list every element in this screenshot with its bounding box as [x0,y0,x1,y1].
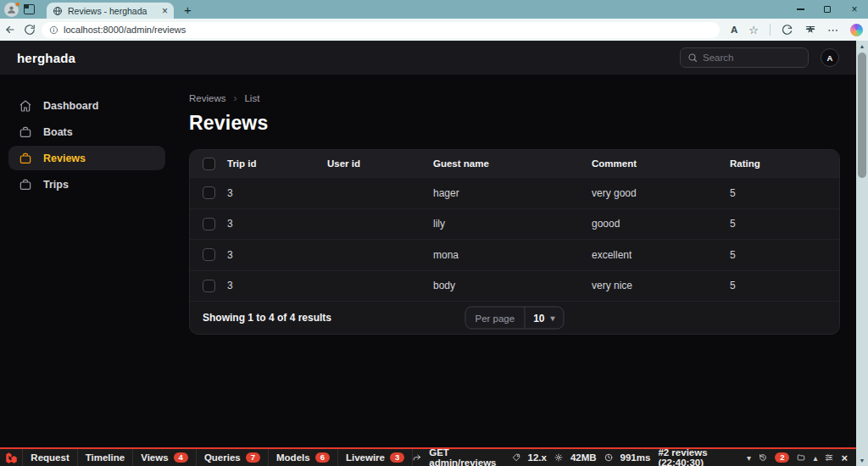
column-header-trip-id[interactable]: Trip id [227,158,327,169]
breadcrumb: Reviews › List [189,92,840,104]
cell-comment: excellent [592,249,730,261]
laravel-version: 12.x [528,452,547,463]
brand-logo[interactable]: herghada [17,51,75,65]
debugbar-tab-timeline[interactable]: Timeline [78,449,133,466]
debugbar-tab-livewire[interactable]: Livewire 3 [338,449,413,466]
version-tag-icon [512,452,520,463]
scroll-down-arrow[interactable]: ▼ [856,455,868,466]
tab-close-button[interactable]: × [162,6,168,16]
tab-label: Views [141,452,168,463]
sidebar-item-label: Dashboard [43,100,98,112]
scroll-up-arrow[interactable]: ▲ [856,41,868,52]
sidebar-item-label: Boats [43,126,73,138]
global-search[interactable] [680,47,809,68]
chevron-up-icon[interactable]: ▴ [813,453,817,463]
browser-tab-strip: Reviews - herghada × + × [0,0,868,19]
column-header-comment[interactable]: Comment [592,158,730,169]
per-page-value: 10 [533,312,544,324]
column-header-rating[interactable]: Rating [730,158,839,169]
cell-rating: 5 [730,249,839,261]
request-label: #2 reviews (22:40:30) [658,447,739,466]
browser-toolbar: localhost:8000/admin/reviews A ☆ ⋯ [0,19,868,41]
settings-more-icon[interactable]: ⋯ [827,24,839,36]
minimize-button[interactable] [787,0,814,19]
topbar-right: A [680,47,839,68]
user-avatar[interactable]: A [821,48,839,67]
search-icon [687,53,698,63]
debugbar-tab-request[interactable]: Request [23,449,77,466]
tab-label: Models [276,452,310,463]
cell-trip-id: 3 [227,218,327,230]
close-window-button[interactable]: × [841,0,868,19]
cell-rating: 5 [730,187,839,199]
briefcase-icon [19,152,32,165]
debugbar-status: GET admin/reviews 12.x 42MB 991ms #2 rev… [413,449,856,466]
cell-trip-id: 3 [227,187,327,199]
history-icon[interactable] [759,452,767,463]
cell-trip-id: 3 [227,249,327,261]
row-checkbox[interactable] [203,218,215,230]
column-header-user-id[interactable]: User id [327,158,433,169]
address-bar[interactable]: localhost:8000/admin/reviews [42,22,720,38]
cell-comment: very good [592,187,730,199]
tab-label: Queries [204,452,241,463]
chevron-down-icon[interactable]: ▾ [747,453,751,463]
browser-profile-button[interactable] [4,3,19,17]
sidebar-item-dashboard[interactable]: Dashboard [8,93,165,118]
tab-actions-icon[interactable] [24,4,35,14]
tab-label: Request [31,452,69,463]
favorite-star-icon[interactable]: ☆ [748,25,759,36]
debugbar-tab-views[interactable]: Views 4 [133,449,197,466]
select-all-checkbox[interactable] [203,158,215,170]
back-button[interactable] [0,24,19,36]
browser-tab[interactable]: Reviews - herghada × [47,3,174,19]
laravel-debugbar: Request Timeline Views 4 Queries 7 Model… [0,447,856,466]
table-row[interactable]: 3 lily goood 5 [190,208,839,240]
settings-sliders-icon[interactable] [825,452,833,463]
table-row[interactable]: 3 body very nice 5 [190,270,839,302]
breadcrumb-list: List [244,93,259,103]
copilot-icon[interactable] [850,24,863,36]
collections-icon[interactable] [804,24,816,36]
scrollbar-thumb[interactable] [858,53,866,178]
toolbar-divider [770,24,771,36]
restore-button[interactable] [814,0,841,19]
route-arrow-icon [413,452,421,463]
table-row[interactable]: 3 hager very good 5 [190,177,839,208]
window-controls: × [787,0,868,19]
new-tab-button[interactable]: + [184,3,192,17]
site-info-icon[interactable] [49,25,58,35]
table-row[interactable]: 3 mona excellent 5 [190,239,839,270]
refresh-button[interactable] [19,24,39,36]
url-text[interactable]: localhost:8000/admin/reviews [64,25,186,35]
column-header-guest-name[interactable]: Guest name [433,158,592,169]
row-checkbox[interactable] [203,186,215,199]
sidebar-item-boats[interactable]: Boats [8,119,165,144]
sidebar-item-trips[interactable]: Trips [8,172,165,197]
table-header-row: Trip id User id Guest name Comment Ratin… [190,150,839,177]
memory-usage: 42MB [570,452,597,463]
search-input[interactable] [703,53,801,63]
row-checkbox[interactable] [203,280,215,292]
breadcrumb-reviews[interactable]: Reviews [189,93,225,103]
per-page-select[interactable]: Per page 10 ▾ [465,307,564,330]
folder-icon[interactable] [797,452,805,463]
cell-guest-name: lily [433,218,592,230]
sidebar: Dashboard Boats Reviews Trips [0,75,174,466]
laravel-logo-icon[interactable] [0,449,23,466]
cell-guest-name: body [433,280,592,291]
debugbar-tab-queries[interactable]: Queries 7 [197,449,269,466]
browser-essentials-icon[interactable] [782,24,793,36]
page-scrollbar[interactable]: ▲ ▼ [856,41,868,466]
chevron-down-icon: ▾ [551,313,555,323]
cell-comment: goood [592,218,730,230]
restore-icon [824,6,831,13]
sidebar-item-reviews[interactable]: Reviews [8,146,165,170]
back-arrow-icon [4,24,16,36]
refresh-icon [24,24,36,36]
cell-comment: very nice [592,280,730,291]
row-checkbox[interactable] [203,248,215,261]
debugbar-close-icon[interactable]: × [841,452,848,463]
debugbar-tab-models[interactable]: Models 6 [269,449,338,466]
read-aloud-icon[interactable]: A [731,25,737,35]
